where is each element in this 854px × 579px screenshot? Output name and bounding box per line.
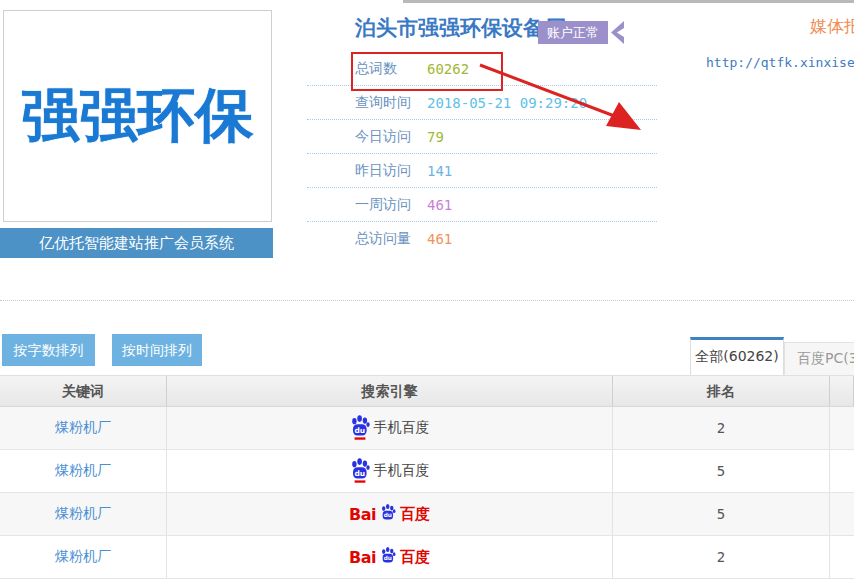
tab-all-keywords[interactable]: 全部(60262) (690, 337, 784, 375)
baidu-logo-bai-text: Bai (349, 548, 376, 567)
baidu-pc-icon: du (380, 503, 396, 526)
header-search-engine: 搜索引擎 (167, 376, 613, 406)
keyword-rank-table: 关键词 搜索引擎 排名 煤粉机厂 du 手机百度 2煤粉机厂 du 手机百度 5… (0, 375, 854, 579)
sort-by-words-button[interactable]: 按字数排列 (2, 334, 95, 366)
site-url-link[interactable]: http://qtfk.xinxisea. (706, 55, 854, 70)
stat-row-1: 查询时间2018-05-21 09:29:20 (307, 86, 657, 120)
svg-text:du: du (354, 425, 365, 434)
top-border-strip (403, 0, 854, 3)
rank-value: 2 (717, 549, 725, 565)
sort-by-time-button[interactable]: 按时间排列 (112, 334, 202, 366)
keyword-link[interactable]: 煤粉机厂 (55, 462, 111, 480)
engine-baidu-pc: Bai du 百度 (349, 546, 430, 569)
annotation-red-box (351, 52, 503, 91)
stat-value: 141 (427, 163, 452, 179)
baidu-logo-cn-text: 百度 (400, 548, 430, 567)
stat-row-4: 一周访问461 (307, 188, 657, 222)
stat-value: 461 (427, 197, 452, 213)
baidu-paw-icon: du (380, 546, 396, 566)
svg-text:du: du (384, 512, 392, 518)
svg-text:du: du (354, 468, 365, 477)
baidu-mobile-icon: du (350, 414, 370, 443)
empty-cell (830, 450, 854, 492)
empty-cell (830, 493, 854, 535)
empty-cell (830, 536, 854, 578)
stat-value: 79 (427, 129, 444, 145)
baidu-logo-cn-text: 百度 (400, 505, 430, 524)
header-rank: 排名 (613, 376, 830, 406)
stat-label: 总访问量 (355, 230, 427, 248)
table-body: 煤粉机厂 du 手机百度 2煤粉机厂 du 手机百度 5煤粉机厂 Bai (0, 407, 854, 579)
rank-value: 5 (717, 463, 725, 479)
engine-baidu-pc: Bai du 百度 (349, 503, 430, 526)
media-report-link[interactable]: 媒体报道 (810, 15, 854, 38)
table-header-row: 关键词 搜索引擎 排名 (0, 375, 854, 407)
empty-cell (830, 407, 854, 449)
keyword-link[interactable]: 煤粉机厂 (55, 419, 111, 437)
page: 强强环保 亿优托智能建站推广会员系统 泊头市强强环保设备厂 账户正常 媒体报道 … (0, 0, 854, 579)
company-name-title: 泊头市强强环保设备厂 (355, 14, 565, 42)
svg-text:du: du (384, 555, 392, 561)
engine-label: 手机百度 (374, 462, 430, 480)
table-row: 煤粉机厂 Bai du 百度 2 (0, 536, 854, 579)
stat-label: 一周访问 (355, 196, 427, 214)
table-row: 煤粉机厂 Bai du 百度 5 (0, 493, 854, 536)
keyword-link[interactable]: 煤粉机厂 (55, 505, 111, 523)
stat-row-5: 总访问量461 (307, 222, 657, 256)
baidu-pc-icon: du (380, 546, 396, 569)
baidu-paw-icon: du (350, 414, 370, 440)
baidu-mobile-icon: du (350, 457, 370, 486)
company-logo: 强强环保 (3, 10, 272, 222)
stat-value: 2018-05-21 09:29:20 (427, 95, 587, 111)
member-system-banner: 亿优托智能建站推广会员系统 (0, 228, 273, 258)
account-status-label: 账户正常 (538, 21, 608, 44)
engine-label: 手机百度 (374, 419, 430, 437)
table-row: 煤粉机厂 du 手机百度 2 (0, 407, 854, 450)
header-extra (830, 376, 854, 406)
stat-label: 查询时间 (355, 94, 427, 112)
badge-ribbon-tail-icon (611, 21, 624, 44)
baidu-paw-icon: du (350, 457, 370, 483)
company-logo-text: 强强环保 (22, 77, 254, 155)
stat-value: 461 (427, 231, 452, 247)
table-row: 煤粉机厂 du 手机百度 5 (0, 450, 854, 493)
stat-label: 昨日访问 (355, 162, 427, 180)
baidu-logo-bai-text: Bai (349, 505, 376, 524)
stat-label: 今日访问 (355, 128, 427, 146)
keyword-link[interactable]: 煤粉机厂 (55, 548, 111, 566)
engine-mobile-baidu: du 手机百度 (350, 457, 430, 486)
tab-baidu-pc[interactable]: 百度PC(30 (784, 342, 854, 375)
engine-mobile-baidu: du 手机百度 (350, 414, 430, 443)
rank-value: 5 (717, 506, 725, 522)
account-status-badge: 账户正常 (538, 21, 624, 44)
section-divider (0, 300, 854, 301)
stat-row-2: 今日访问79 (307, 120, 657, 154)
header-keyword: 关键词 (0, 376, 167, 406)
baidu-paw-icon: du (380, 503, 396, 523)
rank-value: 2 (717, 420, 725, 436)
stat-row-3: 昨日访问141 (307, 154, 657, 188)
